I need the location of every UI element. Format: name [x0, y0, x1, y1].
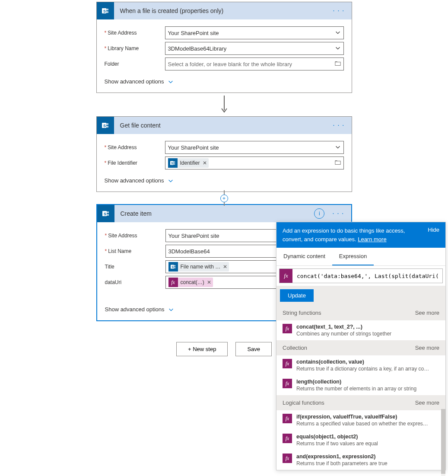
remove-token-icon[interactable]: ✕: [207, 279, 211, 285]
function-item[interactable]: fx concat(text_1, text_2?, ...)Combines …: [276, 320, 445, 340]
chevron-down-icon: [335, 45, 341, 52]
card-menu-icon[interactable]: · · ·: [331, 121, 346, 129]
card-title: Get file content: [114, 122, 331, 129]
sharepoint-icon: [168, 158, 178, 168]
site-address-dropdown[interactable]: Your SharePoint site: [165, 141, 344, 154]
function-group-header: String functionsSee more: [276, 305, 445, 320]
folder-icon[interactable]: [335, 61, 341, 68]
card-menu-icon[interactable]: · · ·: [331, 7, 346, 15]
library-name-label: *Library Name: [105, 45, 165, 51]
identifier-token[interactable]: Identifier ✕: [168, 158, 209, 168]
filename-token[interactable]: File name with … ✕: [168, 262, 229, 272]
fx-icon: fx: [168, 278, 178, 287]
folder-input[interactable]: Select a folder, or leave blank for the …: [165, 58, 344, 70]
tab-expression[interactable]: Expression: [332, 248, 374, 265]
get-file-content-card: Get file content · · · *Site Address You…: [96, 116, 352, 192]
file-identifier-label: *File Identifier: [105, 160, 165, 166]
datauri-label: dataUri: [105, 279, 165, 285]
hide-panel-link[interactable]: Hide: [428, 227, 439, 243]
title-label: Title: [105, 264, 165, 270]
site-address-label: *Site Address: [105, 233, 165, 239]
file-identifier-input[interactable]: Identifier ✕: [165, 157, 344, 169]
chevron-down-icon: [335, 144, 341, 151]
fx-icon: fx: [280, 269, 292, 283]
info-icon[interactable]: i: [314, 208, 324, 219]
chevron-down-icon: [335, 29, 341, 37]
new-step-button[interactable]: + New step: [176, 342, 228, 356]
card-header[interactable]: Get file content · · ·: [97, 117, 352, 134]
sharepoint-icon: [97, 205, 114, 222]
see-more-link[interactable]: See more: [415, 345, 439, 351]
card-menu-icon[interactable]: · · ·: [330, 210, 346, 217]
remove-token-icon[interactable]: ✕: [203, 160, 207, 166]
see-more-link[interactable]: See more: [415, 310, 439, 316]
expression-input[interactable]: [292, 273, 442, 279]
site-address-label: *Site Address: [105, 30, 165, 36]
site-address-label: *Site Address: [105, 144, 165, 150]
show-advanced-toggle[interactable]: Show advanced options: [105, 177, 344, 184]
tab-dynamic-content[interactable]: Dynamic content: [276, 248, 332, 265]
show-advanced-toggle[interactable]: Show advanced options: [105, 78, 344, 85]
update-button[interactable]: Update: [280, 289, 314, 302]
sharepoint-icon: [97, 117, 114, 134]
expression-panel-header: Add an expression to do basic things lik…: [276, 222, 445, 248]
plus-icon[interactable]: +: [220, 195, 228, 202]
expression-panel: Add an expression to do basic things lik…: [276, 222, 446, 358]
card-header[interactable]: Create item i · · ·: [97, 205, 351, 222]
fx-icon: fx: [283, 324, 292, 333]
sharepoint-icon: [168, 262, 178, 272]
folder-label: Folder: [105, 61, 165, 67]
list-name-label: *List Name: [105, 248, 165, 254]
function-item[interactable]: fx contains(collection, value)Returns tr…: [276, 355, 445, 358]
learn-more-link[interactable]: Learn more: [358, 236, 386, 243]
remove-token-icon[interactable]: ✕: [223, 264, 227, 270]
function-group-header: CollectionSee more: [276, 340, 445, 355]
trigger-card: When a file is created (properties only)…: [96, 2, 352, 93]
card-header[interactable]: When a file is created (properties only)…: [97, 2, 352, 19]
save-button[interactable]: Save: [235, 342, 272, 356]
card-title: Create item: [114, 210, 315, 217]
site-address-dropdown[interactable]: Your SharePoint site: [165, 26, 344, 39]
concat-expression-token[interactable]: fx concat(…) ✕: [168, 278, 213, 287]
library-name-dropdown[interactable]: 3DModelBase64Library: [165, 42, 344, 55]
sharepoint-icon: [97, 2, 114, 19]
connector-arrow: [2, 96, 446, 114]
insert-step-connector[interactable]: +: [2, 192, 446, 204]
card-title: When a file is created (properties only): [114, 7, 331, 14]
folder-icon[interactable]: [335, 160, 341, 167]
